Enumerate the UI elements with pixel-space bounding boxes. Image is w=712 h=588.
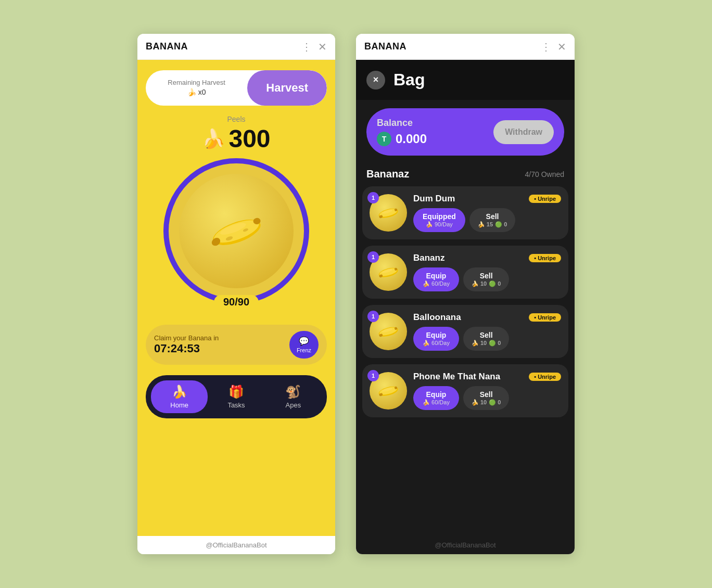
menu-dots-icon[interactable]: ⋮ (301, 42, 312, 52)
equipped-button[interactable]: Equipped 🍌 90/Day (413, 208, 465, 232)
items-list: 1 Dum Dum • Unripe Equipped 🍌 90/Day Sel… (356, 186, 575, 536)
right-app-title: BANANA (364, 41, 535, 52)
frenz-button[interactable]: 💬 Frenz (289, 331, 319, 359)
item-title-row: Balloonana • Unripe (413, 312, 561, 323)
withdraw-button[interactable]: Withdraw (493, 120, 554, 144)
peels-banana-icon: 🍌 (202, 128, 225, 150)
bananaz-title: Bananaz (366, 168, 409, 180)
frenz-label: Frenz (297, 347, 311, 353)
equip-label: Equip (426, 272, 447, 280)
claim-label-line1: Claim your Banana in (154, 334, 283, 342)
item-banana-image (375, 322, 402, 341)
peels-count: 300 (228, 124, 270, 153)
harvest-count: 🍌 x0 (187, 87, 206, 97)
nav-tasks[interactable]: 🎁 Tasks (208, 380, 264, 413)
claim-bar: Claim your Banana in 07:24:53 💬 Frenz (146, 325, 327, 365)
item-banana-image (375, 262, 402, 282)
sell-button[interactable]: Sell 🍌 10 🟢 0 (463, 267, 509, 291)
right-menu-dots-icon[interactable]: ⋮ (541, 42, 551, 52)
nav-apes-label: Apes (286, 401, 301, 409)
sell-label: Sell (486, 212, 499, 221)
item-actions: Equip 🍌 60/Day Sell 🍌 10 🟢 0 (413, 386, 561, 410)
close-icon[interactable]: ✕ (318, 42, 327, 52)
equip-button[interactable]: Equip 🍌 60/Day (413, 267, 459, 291)
left-watermark: @OfficialBananaBot (137, 536, 335, 554)
item-title-row: Phone Me That Nana • Unripe (413, 372, 561, 382)
sell-button[interactable]: Sell 🍌 15 🟢 0 (469, 208, 515, 232)
left-body: Remaining Harvest 🍌 x0 Harvest Peels 🍌 3… (137, 60, 335, 536)
sell-tether: 🟢 0 (495, 221, 507, 228)
banana-circle-inner (179, 174, 294, 288)
item-info: Dum Dum • Unripe Equipped 🍌 90/Day Sell … (413, 194, 561, 232)
right-body: × Bag Balance T 0.000 Withdraw Bananaz 4… (356, 60, 575, 536)
peels-label: Peels (227, 115, 245, 123)
item-actions: Equip 🍌 60/Day Sell 🍌 10 🟢 0 (413, 267, 561, 291)
apes-icon: 🐒 (285, 385, 301, 399)
equip-rate: 🍌 90/Day (426, 221, 453, 228)
sell-price: 🍌 10 🟢 0 (472, 280, 501, 287)
item-info: Balloonana • Unripe Equip 🍌 60/Day Sell … (413, 312, 561, 351)
equip-button[interactable]: Equip 🍌 60/Day (413, 386, 459, 410)
frenz-chat-icon: 💬 (299, 336, 309, 346)
dot-icon: • (534, 255, 536, 261)
sell-button[interactable]: Sell 🍌 10 🟢 0 (463, 327, 509, 351)
peels-value-row: 🍌 300 (202, 124, 270, 153)
home-banana-icon: 🍌 (172, 385, 187, 399)
dot-icon: • (534, 374, 536, 380)
unripe-tag: • Unripe (529, 373, 561, 381)
equip-rate: 🍌 60/Day (423, 399, 450, 406)
equip-rate: 🍌 60/Day (423, 340, 450, 347)
item-badge: 1 (367, 311, 379, 322)
balance-section: Balance T 0.000 Withdraw (366, 108, 564, 156)
equip-button[interactable]: Equip 🍌 60/Day (413, 327, 459, 351)
harvest-banana-count: x0 (198, 87, 206, 97)
item-name: Bananz (413, 253, 444, 263)
remaining-harvest-section: Remaining Harvest 🍌 x0 (146, 79, 247, 97)
unripe-label: Unripe (538, 314, 556, 321)
banana-circle-outer (163, 158, 309, 304)
bag-title: Bag (393, 70, 425, 90)
balance-label: Balance (377, 118, 427, 129)
sell-tether: 🟢 0 (489, 340, 501, 347)
owned-badge: 4/70 Owned (525, 170, 565, 178)
bag-close-button[interactable]: × (366, 71, 385, 90)
peels-section: Peels 🍌 300 (202, 115, 270, 153)
nav-home[interactable]: 🍌 Home (151, 380, 208, 413)
right-titlebar: BANANA ⋮ ✕ (356, 34, 575, 60)
unripe-tag: • Unripe (529, 254, 561, 262)
bag-header: × Bag (356, 60, 575, 100)
item-badge: 1 (367, 370, 379, 381)
item-info: Bananz • Unripe Equip 🍌 60/Day Sell 🍌 10… (413, 253, 561, 291)
sell-peels: 🍌 10 (472, 340, 487, 347)
remaining-harvest-label: Remaining Harvest (168, 79, 225, 87)
sell-label: Sell (480, 331, 493, 339)
item-image-wrap: 1 (370, 194, 407, 232)
item-name: Dum Dum (413, 194, 455, 204)
bananaz-header: Bananaz 4/70 Owned (356, 164, 575, 186)
item-actions: Equip 🍌 60/Day Sell 🍌 10 🟢 0 (413, 327, 561, 351)
banana-icon-harvest: 🍌 (187, 87, 196, 97)
nav-tasks-label: Tasks (227, 401, 245, 409)
dot-icon: • (534, 196, 536, 202)
unripe-label: Unripe (538, 374, 556, 380)
item-banana-image (375, 203, 402, 223)
unripe-label: Unripe (538, 255, 556, 261)
right-close-icon[interactable]: ✕ (557, 42, 566, 52)
banana-circle-container[interactable]: 90/90 (163, 158, 309, 304)
claim-timer: 07:24:53 (154, 342, 283, 355)
nav-apes[interactable]: 🐒 Apes (265, 380, 322, 413)
harvest-bar: Remaining Harvest 🍌 x0 Harvest (146, 70, 327, 106)
dot-icon: • (534, 314, 536, 321)
sell-tether: 🟢 0 (489, 399, 501, 406)
sell-label: Sell (480, 272, 493, 280)
banana-main-image (200, 205, 273, 257)
item-card: 1 Phone Me That Nana • Unripe Equip 🍌 60… (362, 364, 568, 417)
unripe-tag: • Unripe (529, 195, 561, 203)
left-app-title: BANANA (146, 41, 295, 52)
item-name: Balloonana (413, 312, 461, 323)
sell-button[interactable]: Sell 🍌 10 🟢 0 (463, 386, 509, 410)
sell-price: 🍌 10 🟢 0 (472, 399, 501, 406)
item-badge: 1 (367, 251, 379, 263)
harvest-button[interactable]: Harvest (247, 70, 327, 106)
right-window: BANANA ⋮ ✕ × Bag Balance T 0.000 Withdra… (356, 34, 575, 554)
